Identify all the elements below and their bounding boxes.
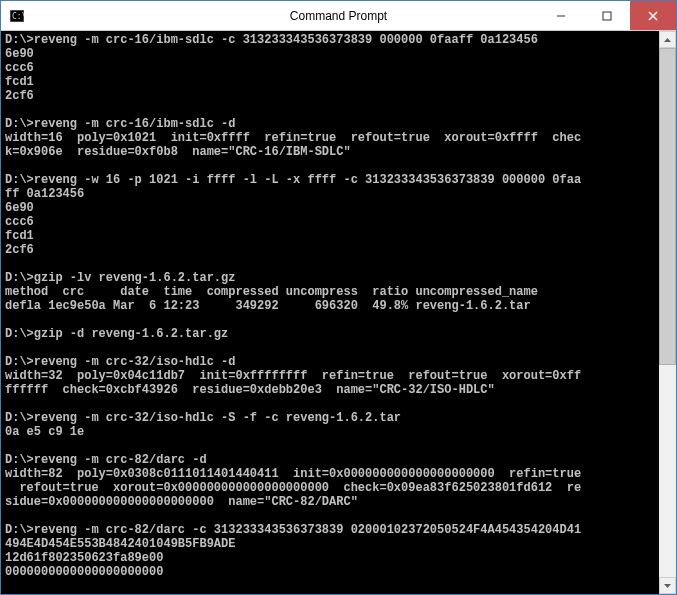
scroll-down-button[interactable] xyxy=(659,577,676,594)
scroll-track[interactable] xyxy=(659,48,676,577)
scroll-thumb[interactable] xyxy=(659,48,676,365)
titlebar[interactable]: C:\ Command Prompt xyxy=(1,1,676,31)
svg-text:C:\: C:\ xyxy=(12,12,24,21)
svg-rect-3 xyxy=(603,12,611,20)
terminal-area: D:\>reveng -m crc-16/ibm-sdlc -c 3132333… xyxy=(1,31,676,594)
window-controls xyxy=(538,1,676,30)
app-icon: C:\ xyxy=(9,8,25,24)
scroll-up-button[interactable] xyxy=(659,31,676,48)
svg-marker-7 xyxy=(664,584,671,588)
minimize-button[interactable] xyxy=(538,1,584,30)
svg-marker-6 xyxy=(664,38,671,42)
terminal-output[interactable]: D:\>reveng -m crc-16/ibm-sdlc -c 3132333… xyxy=(1,31,659,594)
close-button[interactable] xyxy=(630,1,676,30)
command-prompt-window: C:\ Command Prompt D:\>reveng -m crc-16/… xyxy=(0,0,677,595)
maximize-button[interactable] xyxy=(584,1,630,30)
scrollbar[interactable] xyxy=(659,31,676,594)
